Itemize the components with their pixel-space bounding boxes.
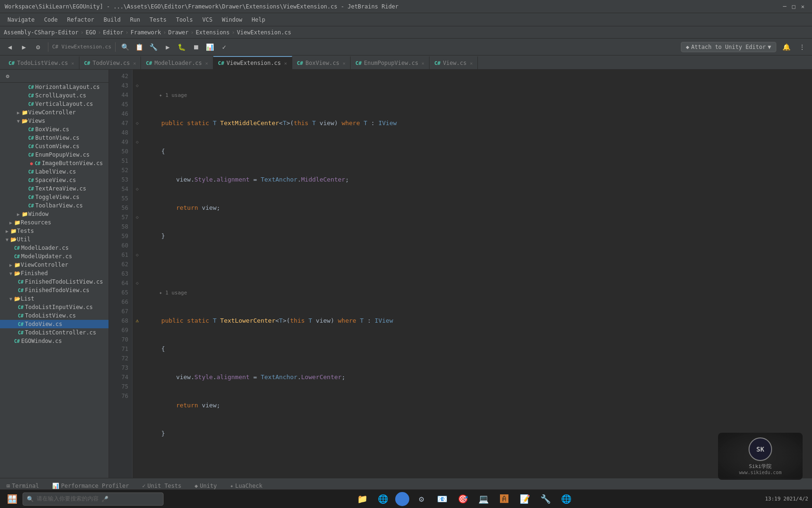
taskbar-app3-btn[interactable]: 🅰	[496, 491, 513, 508]
menu-help[interactable]: Help	[248, 16, 269, 24]
sidebar-item-egowindow[interactable]: C# EGOWindow.cs	[0, 337, 109, 345]
sidebar-item-customview[interactable]: C# CustomView.cs	[0, 142, 109, 151]
tab-boxview[interactable]: C# BoxView.cs ✕	[292, 56, 351, 69]
sidebar-item-views[interactable]: ▼ 📂 Views	[0, 117, 109, 125]
tab-todoview[interactable]: C# TodoView.cs ✕	[79, 56, 141, 69]
taskbar-mail-btn[interactable]: 📧	[434, 491, 451, 508]
window-close[interactable]: ✕	[801, 3, 804, 10]
tab-close[interactable]: ✕	[133, 61, 136, 66]
menu-window[interactable]: Window	[218, 16, 246, 24]
toolbar-structure-btn[interactable]: 📋	[133, 41, 146, 53]
sidebar-item-window[interactable]: ▶ 📁 Window	[0, 210, 109, 218]
menu-run[interactable]: Run	[126, 16, 144, 24]
taskbar-file-btn[interactable]: 📁	[354, 491, 371, 508]
menu-navigate[interactable]: Navigate	[4, 16, 39, 24]
window-minimize[interactable]: ─	[783, 3, 786, 10]
toolbar-notifications[interactable]: 🔔	[780, 41, 792, 53]
sidebar-item-util[interactable]: ▼ 📂 Util	[0, 235, 109, 244]
menu-code[interactable]: Code	[40, 16, 62, 24]
fold-icon[interactable]: ◇	[136, 119, 139, 128]
taskbar-app5-btn[interactable]: 🔧	[537, 491, 554, 508]
toolbar-debug-btn[interactable]: 🐛	[176, 41, 188, 53]
taskbar-settings-btn[interactable]: ⚙	[413, 491, 430, 508]
sidebar-item-todoview[interactable]: C# TodoView.cs	[0, 320, 109, 328]
toolbar-run-btn[interactable]: ▶	[162, 41, 174, 53]
attach-unity-button[interactable]: ◆ Attach to Unity Editor ▼	[681, 42, 776, 52]
sidebar-item-finishedtodoview[interactable]: C# FinishedTodoView.cs	[0, 286, 109, 294]
breadcrumb-ego[interactable]: EGO	[86, 29, 96, 36]
taskbar-app6-btn[interactable]: 🌐	[558, 491, 575, 508]
sidebar-settings-icon[interactable]: ⚙	[3, 71, 12, 81]
taskbar-app1-btn[interactable]: 🎯	[454, 491, 471, 508]
sidebar-item-finishedtodolistview[interactable]: C# FinishedTodoListView.cs	[0, 278, 109, 286]
tab-viewextension[interactable]: C# ViewExtension.cs ✕	[213, 56, 292, 69]
sidebar-item-buttonview[interactable]: C# ButtonView.cs	[0, 134, 109, 142]
sidebar-item-modelloader[interactable]: C# ModelLoader.cs	[0, 244, 109, 252]
toolbar-profile-btn[interactable]: 📊	[204, 41, 216, 53]
code-editor[interactable]: 42 43 44 45 46 47 48 49 50 51 52 53 54 5…	[109, 70, 812, 478]
breadcrumb-extensions[interactable]: Extensions	[196, 29, 230, 36]
toolbar-settings-btn[interactable]: ⚙	[32, 41, 44, 53]
fold-icon[interactable]: ◇	[136, 213, 139, 222]
toolbar-forward-btn[interactable]: ▶	[18, 41, 30, 53]
taskbar-app4-btn[interactable]: 📝	[516, 491, 533, 508]
sidebar-item-toolbarview[interactable]: C# ToolbarView.cs	[0, 201, 109, 210]
sidebar-item-tests[interactable]: ▶ 📁 Tests	[0, 227, 109, 235]
breadcrumb-editor[interactable]: Editor	[103, 29, 123, 36]
sidebar-item-boxview[interactable]: C# BoxView.cs	[0, 125, 109, 134]
fold-icon[interactable]: ◇	[136, 278, 139, 288]
sidebar-item-imagebuttonview[interactable]: ● C# ImageButtonView.cs	[0, 159, 109, 167]
breadcrumb-file[interactable]: ViewExtension.cs	[237, 29, 291, 36]
tab-modelloader[interactable]: C# ModelLoader.cs ✕	[141, 56, 213, 69]
sidebar-item-horizontallayout[interactable]: C# HorizontalLayout.cs	[0, 83, 109, 91]
tab-close[interactable]: ✕	[71, 61, 74, 66]
toolbar-search-btn[interactable]: 🔍	[119, 41, 132, 53]
menu-tools[interactable]: Tools	[172, 16, 196, 24]
toolbar-coverage-btn[interactable]: ✓	[218, 41, 230, 53]
fold-icon[interactable]: ◇	[136, 137, 139, 147]
taskbar-search[interactable]: 🔍 请在输入你要搜索的内容 🎤	[23, 492, 164, 506]
tab-enumpopupview[interactable]: C# EnumPopupView.cs ✕	[351, 56, 429, 69]
fold-icon[interactable]: ◇	[136, 250, 139, 260]
breadcrumb-drawer[interactable]: Drawer	[168, 29, 188, 36]
window-maximize[interactable]: □	[792, 3, 796, 10]
taskbar-browser-btn[interactable]: 🌐	[375, 491, 391, 508]
breadcrumb-assembly[interactable]: Assembly-CSharp-Editor	[4, 29, 78, 36]
sidebar-item-spaceview[interactable]: C# SpaceView.cs	[0, 176, 109, 184]
code-area[interactable]: 42 43 44 45 46 47 48 49 50 51 52 53 54 5…	[109, 70, 812, 478]
toolbar-stop-btn[interactable]: ⏹	[190, 41, 202, 53]
sidebar-item-todolistinputview[interactable]: C# TodoListInputView.cs	[0, 303, 109, 311]
sidebar-item-todolistview[interactable]: C# TodoListView.cs	[0, 311, 109, 320]
sidebar-item-finished[interactable]: ▼ 📂 Finished	[0, 269, 109, 278]
sidebar-item-enumpopupview[interactable]: C# EnumPopupView.cs	[0, 151, 109, 159]
sidebar-item-viewcontroller2[interactable]: ▶ 📁 ViewController	[0, 261, 109, 269]
sidebar-item-todolistcontroller[interactable]: C# TodoListController.cs	[0, 328, 109, 337]
sidebar-item-verticallayout[interactable]: C# VerticalLayout.cs	[0, 100, 109, 108]
menu-build[interactable]: Build	[100, 16, 125, 24]
taskbar-circle-btn[interactable]	[395, 492, 409, 506]
toolbar-refactor-btn[interactable]: 🔧	[148, 41, 160, 53]
breadcrumb-framework[interactable]: Framework	[131, 29, 161, 36]
tab-close[interactable]: ✕	[470, 61, 473, 66]
menu-refactor[interactable]: Refactor	[63, 16, 98, 24]
tab-close[interactable]: ✕	[343, 61, 345, 66]
tab-close[interactable]: ✕	[205, 61, 208, 66]
tab-todolistview[interactable]: C# TodoListView.cs ✕	[4, 56, 79, 69]
sidebar-item-textareaview[interactable]: C# TextAreaView.cs	[0, 184, 109, 193]
tab-close[interactable]: ✕	[422, 61, 424, 66]
toolbar-extra[interactable]: ⋮	[796, 41, 808, 53]
sidebar-item-viewcontroller[interactable]: ▶ 📁 ViewController	[0, 108, 109, 117]
menu-vcs[interactable]: VCS	[199, 16, 217, 24]
tab-view[interactable]: C# View.cs ✕	[429, 56, 478, 69]
sidebar-item-scrolllayout[interactable]: C# ScrollLayout.cs	[0, 91, 109, 100]
toolbar-back-btn[interactable]: ◀	[4, 41, 16, 53]
fold-icon[interactable]: ◇	[136, 81, 139, 90]
sidebar-item-list[interactable]: ▼ 📂 List	[0, 294, 109, 303]
fold-icon[interactable]: ◇	[136, 184, 139, 194]
taskbar-start-btn[interactable]: 🪟	[4, 491, 21, 508]
sidebar-item-toggleview[interactable]: C# ToggleView.cs	[0, 193, 109, 201]
menu-tests[interactable]: Tests	[146, 16, 170, 24]
sidebar-item-resources[interactable]: ▶ 📁 Resources	[0, 218, 109, 227]
taskbar-app2-btn[interactable]: 💻	[475, 491, 492, 508]
code-content[interactable]: ✦ 1 usage public static T TextMiddleCent…	[142, 70, 812, 478]
